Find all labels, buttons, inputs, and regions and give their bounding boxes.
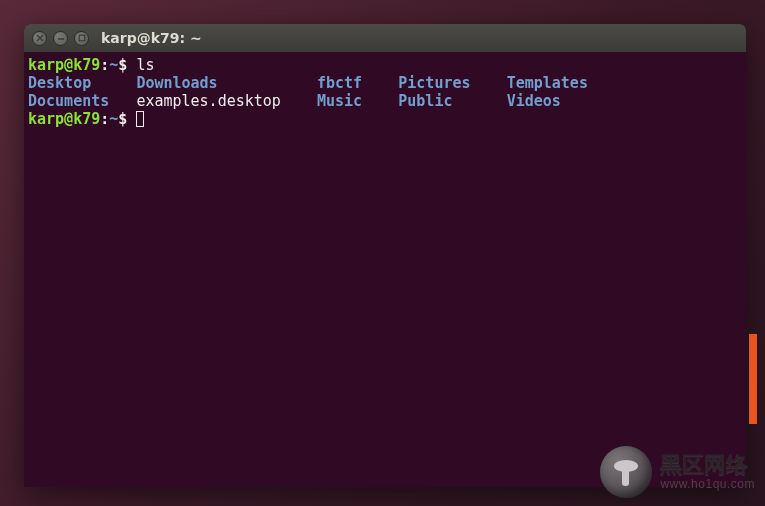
file-entry: examples.desktop (136, 92, 281, 110)
directory-entry: Desktop (28, 74, 91, 92)
maximize-button[interactable] (74, 31, 89, 46)
titlebar: karp@k79: ~ (24, 24, 746, 52)
prompt-sep1: : (100, 56, 109, 74)
prompt-sep2: $ (118, 56, 127, 74)
close-button[interactable] (32, 31, 47, 46)
directory-entry: Videos (507, 92, 561, 110)
terminal-body[interactable]: karp@k79:~$ ls Desktop Downloads fbctf P… (24, 52, 746, 487)
minimize-icon (57, 34, 65, 42)
prompt-sep1: : (100, 110, 109, 128)
watermark: 黑区网络 www.ho1qu.com (600, 446, 755, 498)
prompt-path: ~ (109, 56, 118, 74)
maximize-icon (78, 34, 86, 42)
prompt-sep2: $ (118, 110, 127, 128)
prompt-user-host: karp@k79 (28, 110, 100, 128)
prompt-user-host: karp@k79 (28, 56, 100, 74)
prompt-path: ~ (109, 110, 118, 128)
command-text: ls (136, 56, 154, 74)
mushroom-icon (600, 446, 652, 498)
cursor (136, 111, 144, 127)
terminal-window: karp@k79: ~ karp@k79:~$ ls Desktop Downl… (24, 24, 746, 487)
directory-entry: Templates (507, 74, 588, 92)
watermark-sub: www.ho1qu.com (660, 478, 755, 491)
prompt-line-2: karp@k79:~$ (28, 110, 144, 128)
minimize-button[interactable] (53, 31, 68, 46)
directory-entry: Documents (28, 92, 109, 110)
directory-entry: Public (398, 92, 452, 110)
accent-bar (749, 334, 757, 424)
watermark-main: 黑区网络 (660, 453, 755, 477)
watermark-text: 黑区网络 www.ho1qu.com (660, 453, 755, 490)
directory-entry: fbctf (317, 74, 362, 92)
window-title: karp@k79: ~ (101, 30, 202, 46)
directory-entry: Music (317, 92, 362, 110)
svg-rect-3 (79, 35, 85, 41)
close-icon (36, 34, 44, 42)
directory-entry: Pictures (398, 74, 470, 92)
directory-entry: Downloads (136, 74, 217, 92)
prompt-line-1: karp@k79:~$ ls (28, 56, 154, 74)
ls-output: Desktop Downloads fbctf Pictures Templat… (28, 74, 588, 110)
